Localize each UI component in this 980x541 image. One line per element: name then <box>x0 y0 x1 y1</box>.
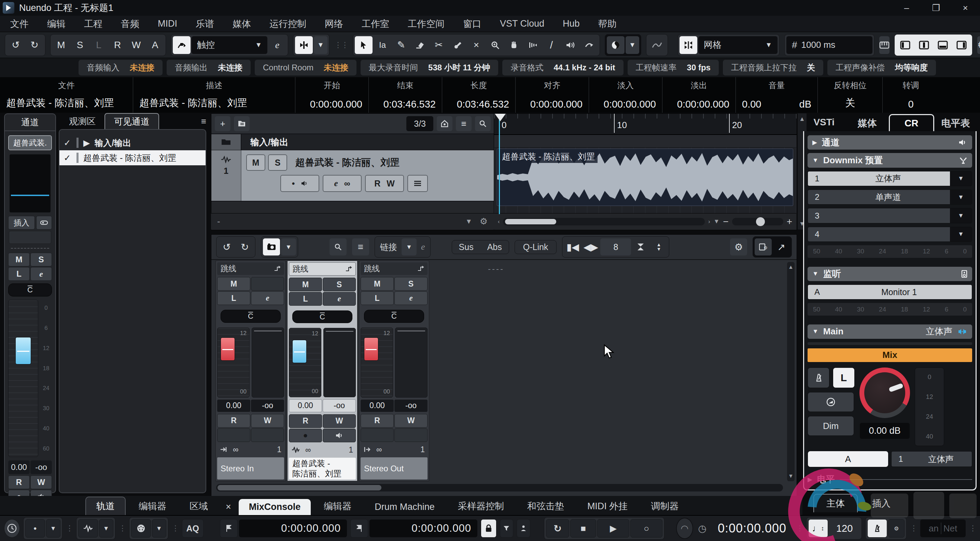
inspector-peak-value[interactable]: -oo <box>30 460 52 474</box>
mix-source-button[interactable]: Mix <box>808 348 972 362</box>
mixer-channel-stereo-out[interactable]: 跳线 M S L e C 12 00 0.00 -oo R W <box>359 261 429 481</box>
section-level[interactable]: 电平 <box>817 473 835 485</box>
tab-cr-inserts[interactable]: 插入 <box>860 495 903 512</box>
write-button[interactable]: W <box>387 179 395 189</box>
transport-config-icon[interactable] <box>4 519 20 538</box>
automation-panel-icon[interactable] <box>173 36 191 54</box>
talkback-icon[interactable] <box>808 392 854 412</box>
collapse-arrow-icon[interactable]: ▶ <box>812 138 817 146</box>
info-volume[interactable]: 音量 0.00 dB <box>736 77 818 113</box>
insert-slot-empty[interactable] <box>9 231 51 244</box>
automation-edit-button[interactable]: e <box>268 36 286 54</box>
menu-project[interactable]: 工程 <box>84 18 102 30</box>
rack-header[interactable]: 跳线 <box>217 262 284 275</box>
rack-header[interactable]: 跳线 <box>361 262 428 275</box>
monitor-icon[interactable] <box>301 180 308 186</box>
peak-value[interactable]: -oo <box>323 399 356 412</box>
collapse-arrow-icon[interactable]: ▼ <box>812 270 818 277</box>
inspector-volume-fader[interactable] <box>8 300 38 457</box>
gain-value[interactable]: 0.00 <box>217 399 250 412</box>
tab-regions[interactable]: 区域 <box>179 497 218 515</box>
zoom-preset-chevron[interactable]: ▼ <box>713 218 719 225</box>
track-automation-group[interactable]: R W <box>365 175 404 192</box>
record-mode-chevron[interactable]: ▼ <box>46 519 60 538</box>
fader-handle[interactable] <box>221 337 235 361</box>
add-track-button[interactable]: + <box>215 116 231 131</box>
track-edit-group[interactable]: e ∞ <box>323 175 362 192</box>
read-button[interactable]: R <box>217 414 250 428</box>
menu-edit[interactable]: 编辑 <box>47 18 65 30</box>
channel-count-value[interactable]: 8 <box>600 239 631 256</box>
status-record-format[interactable]: 录音格式 44.1 kHz - 24 bit <box>502 60 623 75</box>
suspend-automation-button[interactable]: A <box>146 36 164 54</box>
info-fade-out[interactable]: 淡出 0:00:00.000 <box>662 77 736 113</box>
channel-name[interactable]: 超兽武装 - 陈洁丽、刘罡 <box>289 458 356 479</box>
downmix-preset-2[interactable]: 2 单声道 ▼ <box>808 189 972 205</box>
gain-value[interactable]: 0.00 <box>361 399 394 412</box>
listen-enable-button[interactable]: L <box>833 368 855 388</box>
inspector-read-button[interactable]: R <box>8 476 30 489</box>
snap-icon[interactable] <box>679 36 697 54</box>
write-button[interactable]: W <box>395 414 428 428</box>
gain-value[interactable]: 0.00 <box>289 399 322 412</box>
main-level-knob[interactable] <box>859 368 910 418</box>
inspector-edit-button[interactable]: e <box>30 267 52 281</box>
metronome-click-icon[interactable] <box>867 519 887 538</box>
tab-tracks[interactable]: 轨道 <box>85 496 126 515</box>
record-mode-icon[interactable]: ● <box>25 519 45 538</box>
sus-button[interactable]: Sus <box>459 242 474 252</box>
tab-media[interactable]: 媒体 <box>846 114 889 132</box>
chevron-down-icon[interactable]: ▼ <box>950 208 972 223</box>
scroll-up-icon[interactable]: ▲ <box>788 264 794 270</box>
open-mixconsole-window-icon[interactable]: ↗ <box>773 239 790 256</box>
track-filter-list-icon[interactable]: ≡ <box>456 116 472 131</box>
fader-handle[interactable] <box>364 337 378 361</box>
panel-menu-icon[interactable]: ≡ <box>201 116 206 127</box>
check-icon[interactable]: ✓ <box>63 153 72 163</box>
color-tool-chevron[interactable]: ▼ <box>625 36 639 54</box>
status-audio-input[interactable]: 音频输入 未连接 <box>78 60 162 75</box>
mix-undo-icon[interactable]: ↺ <box>218 239 235 256</box>
play-icon[interactable]: ▶ <box>597 519 629 538</box>
peak-value[interactable]: -oo <box>251 399 284 412</box>
info-invert-phase[interactable]: 反转相位 关 <box>818 77 883 113</box>
tab-channel[interactable]: 通道 <box>5 114 55 131</box>
menu-scores[interactable]: 乐谱 <box>196 18 214 30</box>
bypass-inserts-icon[interactable] <box>36 216 52 229</box>
section-channel[interactable]: ▶ 通道 <box>808 135 972 150</box>
mix-history-list-icon[interactable]: ≡ <box>352 239 369 256</box>
downmix-preset-4[interactable]: 4 ▼ <box>808 227 972 242</box>
pan-control[interactable]: C <box>221 310 281 322</box>
right-locator[interactable]: 0:00:00.000 <box>350 519 477 538</box>
left-locator-time[interactable]: 0:00:00.000 <box>239 519 347 537</box>
zoom-width-icon[interactable]: ◀▶ <box>582 239 599 256</box>
info-description[interactable]: 描述 超兽武装 - 陈洁丽、刘罡 <box>133 77 295 113</box>
snapshot-chevron[interactable]: ▼ <box>281 239 296 256</box>
midi-chevron[interactable]: ▼ <box>152 519 166 538</box>
sync-display[interactable]: an Net <box>920 519 966 537</box>
scroll-left-icon[interactable]: ‹ <box>498 219 500 225</box>
channel-link-icon[interactable]: ∞ <box>344 179 350 189</box>
menu-vst-cloud[interactable]: VST Cloud <box>500 18 544 29</box>
record-icon[interactable]: ○ <box>630 519 662 538</box>
info-fade-in[interactable]: 淡入 0:00:00.000 <box>589 77 662 113</box>
chevron-down-icon[interactable]: ▼ <box>950 190 972 204</box>
chevron-down-icon[interactable]: ▼ <box>950 227 972 242</box>
check-icon[interactable]: ✓ <box>63 138 72 148</box>
menu-hub[interactable]: Hub <box>563 18 580 29</box>
collapse-arrow-icon[interactable]: ▼ <box>812 328 818 335</box>
center-zone-toggle-icon[interactable] <box>915 36 933 54</box>
play-tool-icon[interactable] <box>562 36 579 54</box>
mixer-channel-track[interactable]: 跳线 M S L e C 12 00 0.00 -oo R W ● <box>287 261 358 481</box>
feedback-tool-icon[interactable] <box>580 36 598 54</box>
peak-value[interactable]: -oo <box>395 399 428 412</box>
zoom-tool-icon[interactable] <box>486 36 504 54</box>
track-home-icon[interactable] <box>437 116 452 131</box>
primary-time-display[interactable]: 0:00:00.000 <box>712 519 792 537</box>
midi-din-icon[interactable] <box>131 519 151 538</box>
range-selection-tool[interactable]: Ia <box>374 36 391 54</box>
close-lower-zone-icon[interactable]: × <box>221 499 236 515</box>
snap-type-dropdown[interactable]: 网格 ▼ <box>698 36 778 54</box>
info-file[interactable]: 文件 超兽武装 - 陈洁丽、刘罡 <box>0 77 133 113</box>
close-button[interactable]: × <box>951 0 980 16</box>
